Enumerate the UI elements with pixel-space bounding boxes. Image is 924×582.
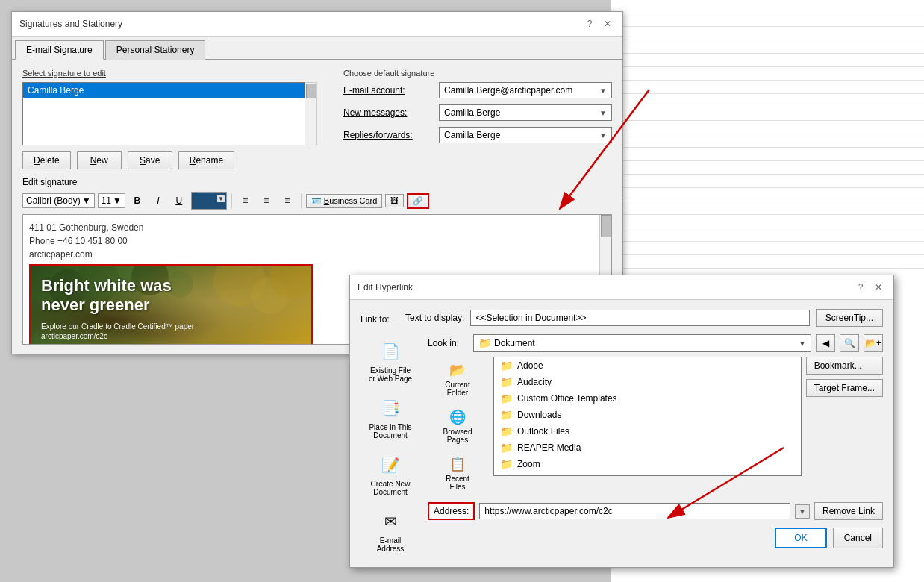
shortcut-recent-files[interactable]: 📋 RecentFiles (428, 451, 487, 496)
lookin-newfolder-button[interactable]: 📂+ (864, 334, 883, 352)
link-option-email[interactable]: ✉ E-mailAddress (360, 504, 420, 558)
file-item-adobe[interactable]: 📁 Adobe (494, 357, 801, 374)
hyperlink-icon: 🔗 (413, 196, 423, 206)
existing-file-icon: 📄 (378, 340, 402, 363)
lookin-back-button[interactable]: ◀ (816, 334, 835, 352)
underline-button[interactable]: U (170, 192, 188, 210)
file-item-zoom[interactable]: 📁 Zoom (494, 456, 801, 472)
cancel-button[interactable]: Cancel (833, 528, 883, 548)
hyperlink-dialog: Edit Hyperlink ? ✕ Link to: Text to disp… (349, 275, 894, 568)
lookin-dropdown[interactable]: 📁 Dokument ▼ (473, 334, 811, 352)
bg-line (611, 40, 924, 54)
help-button[interactable]: ? (582, 16, 597, 31)
sig-line1: 411 01 Gothenburg, Sweden (29, 221, 605, 234)
file-shortcuts: 📂 CurrentFolder 🌐 BrowsedPages 📋 RecentF… (428, 357, 487, 496)
toolbar-row: Calibri (Body) ▼ 11 ▼ B I U ≡ ≡ ≡ 🪪 Busi… (22, 192, 612, 210)
sig-scrollbar-thumb (601, 215, 611, 237)
shortcut-browsed-pages[interactable]: 🌐 BrowsedPages (428, 404, 487, 449)
current-folder-icon: 📂 (449, 362, 466, 378)
email-account-dropdown[interactable]: Camilla.Berge@arcticpaper.com ▼ (439, 82, 612, 98)
bold-button[interactable]: B (128, 192, 146, 210)
new-messages-row: New messages: Camilla Berge ▼ (343, 104, 612, 121)
address-row: Address: ▼ Remove Link (428, 502, 883, 520)
save-button[interactable]: Save (128, 151, 172, 169)
font-size-dropdown[interactable]: 11 ▼ (98, 193, 125, 208)
ok-button[interactable]: OK (775, 528, 826, 548)
file-name-downloads: Downloads (517, 410, 561, 420)
file-item-audacity[interactable]: 📁 Audacity (494, 374, 801, 390)
side-buttons: Bookmark... Target Frame... (806, 357, 883, 496)
new-messages-arrow: ▼ (599, 109, 607, 117)
email-address-label: E-mailAddress (377, 536, 405, 553)
delete-button[interactable]: Delete (22, 151, 71, 169)
bookmark-button[interactable]: Bookmark... (806, 357, 883, 375)
sig-list-wrap: Camilla Berge (22, 82, 317, 146)
font-dropdown[interactable]: Calibri (Body) ▼ (22, 193, 95, 208)
signatures-title: Signatures and Stationery (19, 19, 122, 29)
edit-sig-label: Edit signature (22, 177, 612, 187)
lookin-value: Dokument (494, 338, 535, 348)
file-item-outlook[interactable]: 📁 Outlook Files (494, 423, 801, 439)
new-button[interactable]: New (77, 151, 122, 169)
address-input[interactable] (479, 503, 790, 519)
close-button[interactable]: ✕ (600, 16, 615, 31)
file-item-custom-templates[interactable]: 📁 Custom Office Templates (494, 390, 801, 407)
business-card-button[interactable]: 🪪 Business Card (306, 194, 383, 208)
sig-list-scrollbar-thumb (306, 84, 316, 98)
picture-button[interactable]: 🖼 (385, 194, 404, 207)
align-right-button[interactable]: ≡ (278, 192, 296, 210)
screentip-button[interactable]: ScreenTip... (816, 309, 883, 327)
remove-link-button[interactable]: Remove Link (814, 502, 883, 520)
color-swatch[interactable] (191, 192, 227, 210)
bg-line (611, 121, 924, 134)
folder-icon-audacity: 📁 (500, 376, 513, 388)
new-messages-value: Camilla Berge (444, 107, 500, 118)
target-frame-button[interactable]: Target Frame... (806, 379, 883, 397)
align-center-button[interactable]: ≡ (257, 192, 275, 210)
tab-personal-stationery[interactable]: Personal Stationery (105, 40, 206, 60)
tab-email-signature[interactable]: E-mail Signature (15, 40, 104, 60)
align-left-button[interactable]: ≡ (237, 192, 255, 210)
rename-button[interactable]: Rename (178, 151, 234, 169)
titlebar-buttons: ? ✕ (582, 16, 615, 31)
link-option-existing[interactable]: 📄 Existing Fileor Web Page (360, 334, 420, 388)
folder-icon-zoom: 📁 (500, 458, 513, 470)
create-new-icon: 📝 (378, 453, 402, 477)
lookin-search-button[interactable]: 🔍 (840, 334, 859, 352)
sig-list-container: Camilla Berge (22, 82, 317, 146)
bg-line (611, 67, 924, 81)
sig-list[interactable]: Camilla Berge (22, 82, 305, 146)
replies-dropdown[interactable]: Camilla Berge ▼ (439, 127, 612, 143)
email-account-label: E-mail account: (343, 85, 433, 96)
bg-line (611, 161, 924, 175)
file-item-desktop[interactable]: 🔗 Desktop - Shortcut (494, 472, 801, 476)
bg-line (611, 107, 924, 121)
bg-line (611, 13, 924, 27)
text-display-input[interactable] (470, 310, 809, 326)
hyperlink-close-button[interactable]: ✕ (871, 280, 886, 295)
font-name: Calibri (Body) (26, 195, 81, 206)
link-sidebar: 📄 Existing Fileor Web Page 📑 Place in Th… (360, 334, 420, 558)
address-dropdown-arrow[interactable]: ▼ (795, 504, 810, 519)
sig-list-item[interactable]: Camilla Berge (23, 83, 305, 98)
business-card-icon: 🪪 (311, 196, 322, 206)
file-item-reaper[interactable]: 📁 REAPER Media (494, 439, 801, 456)
sig-banner-text: Bright white was never greener (41, 276, 172, 316)
file-item-downloads[interactable]: 📁 Downloads (494, 407, 801, 423)
link-option-create-new[interactable]: 📝 Create NewDocument (360, 448, 420, 501)
new-messages-dropdown[interactable]: Camilla Berge ▼ (439, 104, 612, 121)
hyperlink-button[interactable]: 🔗 (407, 193, 429, 209)
sig-line2: Phone +46 10 451 80 00 (29, 234, 605, 248)
sig-banner: Bright white was never greener Explore o… (29, 264, 313, 345)
file-list[interactable]: 📁 Adobe 📁 Audacity 📁 Custom Office Templ… (493, 357, 802, 476)
current-folder-label: CurrentFolder (445, 381, 469, 397)
hyperlink-main-row: 📄 Existing Fileor Web Page 📑 Place in Th… (360, 334, 883, 558)
toolbar-sep-1 (231, 193, 232, 208)
shortcut-current-folder[interactable]: 📂 CurrentFolder (428, 357, 487, 402)
file-name-reaper: REAPER Media (517, 442, 581, 453)
folder-icon-adobe: 📁 (500, 360, 513, 372)
hyperlink-help-button[interactable]: ? (853, 280, 868, 295)
italic-button[interactable]: I (149, 192, 167, 210)
link-option-place[interactable]: 📑 Place in ThisDocument (360, 391, 420, 445)
new-messages-label: New messages: (343, 107, 433, 118)
